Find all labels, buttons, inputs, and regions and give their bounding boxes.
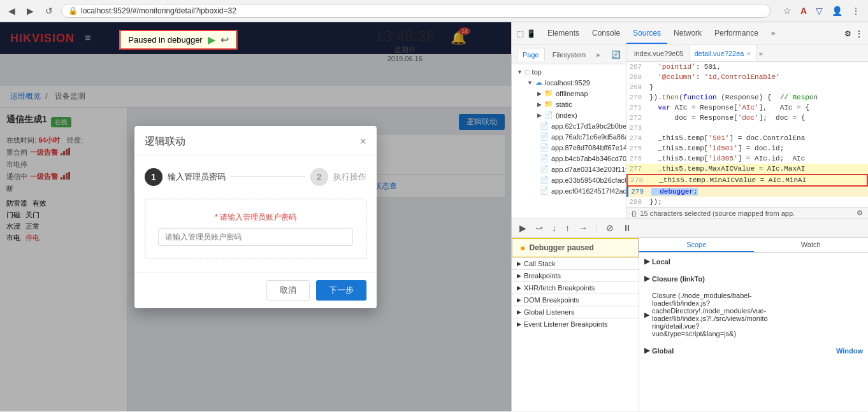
tree-item-index[interactable]: ▶ 📄 (index): [532, 110, 626, 120]
xhr-arrow: ▶: [517, 285, 521, 291]
browser-menu-icon[interactable]: ⋮: [849, 4, 863, 17]
source-tab-close[interactable]: ×: [746, 50, 750, 57]
folder-index-icon: 📄: [544, 111, 553, 119]
scope-closure-vue-header[interactable]: ▶ Closure (./node_modules/babel-loader/l…: [639, 290, 868, 339]
tab-performance[interactable]: Performance: [708, 24, 765, 44]
dialog-header: 逻辑联动 ×: [134, 126, 377, 155]
scope-global-arrow: ▶: [644, 346, 649, 355]
global-listeners-header[interactable]: ▶ Global Listeners: [512, 306, 639, 318]
tab-network[interactable]: Network: [667, 24, 708, 44]
tab-elements[interactable]: Elements: [541, 24, 586, 44]
sec-tab-page[interactable]: Page: [517, 48, 545, 61]
source-tab-more[interactable]: »: [756, 48, 765, 59]
step-over-button[interactable]: ↩: [221, 34, 229, 46]
sync-icon[interactable]: 🔄: [611, 50, 621, 59]
step-into-debug-btn[interactable]: ↓: [549, 222, 559, 234]
devtools-device-icon[interactable]: 📱: [526, 29, 536, 38]
sec-tab-more[interactable]: »: [596, 51, 600, 59]
watch-tab[interactable]: Watch: [754, 238, 869, 252]
tree-file-5-label: app.d7ae03143e203f11f818: [551, 166, 626, 173]
browser-chrome: ◀ ▶ ↺ 🔒 localhost:9529/#/monitoring/deta…: [0, 0, 868, 22]
dom-breakpoints-header[interactable]: ▶ DOM Breakpoints: [512, 294, 639, 306]
code-line-275: 275 _this5.temp['id501'] = doc.id;: [626, 143, 868, 153]
line-content-269: }: [647, 82, 868, 92]
line-content-267: 'pointid': 501,: [647, 62, 868, 72]
event-label: Event Listener Breakpoints: [524, 320, 607, 328]
tree-localhost-label: localhost:9529: [545, 79, 590, 87]
back-button[interactable]: ◀: [5, 4, 18, 17]
tree-file-6[interactable]: 📄 app.e33b59540b26cfac8385: [532, 174, 626, 185]
step-1-label: 输入管理员密码: [168, 171, 226, 183]
forward-button[interactable]: ▶: [24, 4, 37, 17]
tree-file-5[interactable]: 📄 app.d7ae03143e203f11f818: [532, 164, 626, 174]
code-line-274: 274 _this5.temp['501'] = doc.ControlEna: [626, 133, 868, 143]
tab-console[interactable]: Console: [586, 24, 626, 44]
dialog-close-button[interactable]: ×: [359, 135, 366, 148]
tree-item-offilnemap[interactable]: ▶ 📁 offilnemap: [532, 88, 626, 99]
source-tab-detail[interactable]: detail.vue?22ea ×: [690, 45, 756, 61]
dialog-title: 逻辑联动: [145, 135, 185, 148]
scope-local: ▶ Local: [639, 253, 868, 270]
resume-debug-btn[interactable]: ▶: [517, 222, 529, 234]
settings-icon-2[interactable]: ⚙: [857, 209, 863, 217]
devtools-right-panel: index.vue?9e05 detail.vue?22ea × » 267 '…: [626, 45, 868, 218]
global-label: Global Listeners: [524, 308, 575, 316]
scope-closure-linkto-header[interactable]: ▶ Closure (linkTo): [639, 273, 868, 285]
devtools-menu-icon[interactable]: ⋮: [855, 29, 863, 38]
ext-icon-2[interactable]: ▽: [813, 4, 825, 17]
sec-tab-filesystem[interactable]: Filesystem: [547, 48, 591, 61]
step-line: [231, 176, 305, 177]
code-line-280: 280 });: [626, 197, 868, 207]
paused-text: Debugger paused: [529, 243, 593, 252]
reload-button[interactable]: ↺: [42, 4, 56, 17]
source-file-tabs: index.vue?9e05 detail.vue?22ea × »: [626, 45, 868, 62]
resume-button[interactable]: ▶: [208, 34, 215, 46]
event-listener-header[interactable]: ▶ Event Listener Breakpoints: [512, 318, 639, 330]
scope-local-header[interactable]: ▶ Local: [639, 255, 868, 267]
global-listeners-section: ▶ Global Listeners: [512, 306, 639, 318]
code-line-277: 277 _this5.temp.MaxAICValue = AIc.MaxAI: [626, 164, 868, 174]
scope-global-header[interactable]: ▶ Global Window: [639, 345, 868, 357]
next-button[interactable]: 下一步: [316, 280, 366, 301]
cancel-button[interactable]: 取消: [266, 280, 310, 301]
tree-file-7-label: app.ecf041624517f42ade7a: [551, 187, 626, 195]
tree-item-top[interactable]: ▼ □ top: [512, 67, 626, 77]
ext-icon-1[interactable]: A: [798, 4, 809, 17]
url-text[interactable]: localhost:9529/#/monitoring/detail?ipbox…: [81, 6, 763, 15]
tree-item-localhost[interactable]: ▼ ☁ localhost:9529: [522, 77, 626, 88]
tab-sources[interactable]: Sources: [626, 24, 667, 44]
tree-file-4[interactable]: 📄 app.b4cb7ab4b346cd70459: [532, 153, 626, 164]
devtools-inspect-icon[interactable]: ⬚: [517, 29, 524, 38]
tree-file-7[interactable]: 📄 app.ecf041624517f42ade7a: [532, 185, 626, 196]
deactivate-breakpoints-btn[interactable]: ⊘: [604, 222, 616, 234]
step-over-debug-btn[interactable]: ⤻: [533, 222, 546, 234]
browser-toolbar: ◀ ▶ ↺ 🔒 localhost:9529/#/monitoring/deta…: [0, 0, 868, 22]
scope-closure-vue-arrow: ▶: [644, 311, 649, 319]
tree-file-1[interactable]: 📄 app.62c17d1a9bc2b0be390: [532, 120, 626, 131]
tree-file-3[interactable]: 📄 app.87e8d7084bff67e14881: [532, 142, 626, 153]
tree-item-static[interactable]: ▶ 📁 static: [532, 99, 626, 110]
dom-breakpoints-section: ▶ DOM Breakpoints: [512, 294, 639, 306]
tree-offilnemap-label: offilnemap: [556, 90, 588, 97]
paused-dot-icon: ●: [520, 243, 525, 253]
call-stack-header[interactable]: ▶ Call Stack: [512, 258, 639, 269]
source-tab-index[interactable]: index.vue?9e05: [629, 45, 690, 61]
breakpoints-header[interactable]: ▶ Breakpoints: [512, 270, 639, 281]
tree-file-2[interactable]: 📄 app.76afc71c6e9d5a86a1cb: [532, 131, 626, 142]
code-line-279: 279 debugger;: [626, 187, 868, 197]
step-out-debug-btn[interactable]: ↑: [563, 222, 572, 234]
folder-static-icon: 📁: [544, 100, 553, 108]
code-line-271: 271 var AIc = Response['AIc'], AIc = {: [626, 103, 868, 113]
step-debug-btn[interactable]: →: [576, 222, 590, 234]
profile-icon[interactable]: 👤: [829, 4, 845, 17]
code-line-272: 272 doc = Response['doc']; doc = {: [626, 113, 868, 123]
scope-tab[interactable]: Scope: [639, 238, 754, 252]
star-icon[interactable]: ☆: [781, 4, 794, 17]
tab-more[interactable]: »: [765, 24, 782, 44]
devtools-settings-icon[interactable]: ⚙: [844, 29, 851, 38]
xhr-breakpoints-header[interactable]: ▶ XHR/fetch Breakpoints: [512, 282, 639, 294]
password-input[interactable]: [158, 228, 353, 246]
tree-arrow-top: ▼: [517, 69, 523, 75]
pause-on-exceptions-btn[interactable]: ⏸: [620, 222, 634, 234]
url-bar: 🔒 localhost:9529/#/monitoring/detail?ipb…: [61, 4, 770, 18]
